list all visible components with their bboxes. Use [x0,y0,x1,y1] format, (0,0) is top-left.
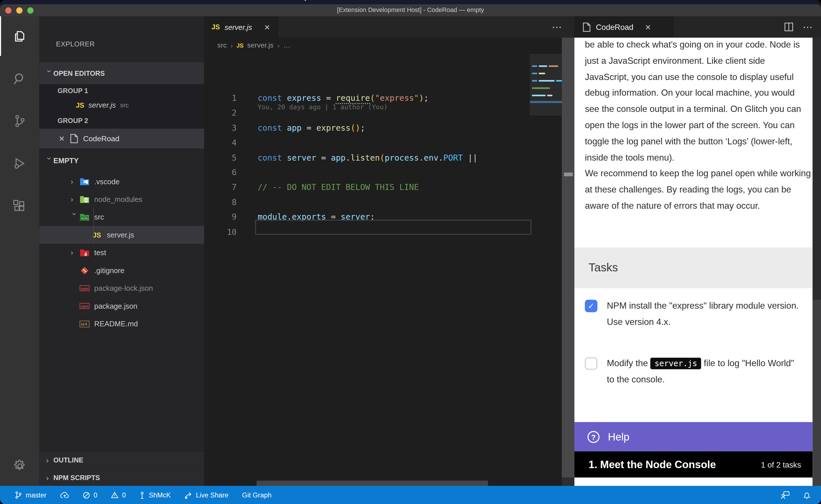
lesson-header[interactable]: 1. Meet the Node Console 1 of 2 tasks [574,451,813,478]
tree-item-package-lock-json[interactable]: npmpackage-lock.json [39,279,204,297]
open-editors-header[interactable]: › OPEN EDITORS [39,62,204,84]
open-editor-item-coderoad[interactable]: ✕ CodeRoad [39,129,204,149]
code-line-7: // -- DO NOT EDIT BELOW THIS LINE [258,183,419,192]
editor-actions-more-icon[interactable]: ⋯ [552,16,563,38]
menu-item-edit[interactable]: Edit [63,0,76,1]
macos-status-area: Sat 9:43 PM [777,0,812,1]
statusbar-label: Git Graph [242,491,272,499]
close-tab-icon[interactable]: ✕ [264,23,270,31]
breadcrumb[interactable]: src › JS server.js › … [204,38,574,53]
node-folder-icon: JS [79,194,89,204]
panel-scrollbar-track[interactable] [813,300,821,486]
menu-item-code[interactable]: Code [7,0,24,1]
settings-gear-icon[interactable] [0,446,39,486]
task-checkbox-unchecked[interactable] [585,357,597,370]
statusbar-master[interactable]: master [15,491,46,499]
chevron-right-icon[interactable]: › [71,195,79,203]
statusbar-live-share[interactable]: Live Share [184,491,229,499]
source-control-icon[interactable] [0,101,39,141]
tab-coderoad[interactable]: CodeRoad ✕ [574,16,674,38]
statusbar-0[interactable]: 0 [111,491,126,499]
close-icon[interactable]: ✕ [59,134,65,143]
menu-item-selection[interactable]: Selection [90,0,120,1]
line-number: 1 [204,94,237,103]
workspace-section-header[interactable]: › EMPTY [39,149,204,173]
menu-item-view[interactable]: View [134,0,149,1]
editor-tab-bar: JS server.js ✕ ⋯ [204,16,574,38]
git-branch-icon [15,491,22,499]
statusbar-cloud-upload[interactable] [60,492,69,499]
tree-item-package-json[interactable]: npmpackage.json [39,297,204,315]
editor-group-sash[interactable] [562,38,574,478]
js-file-icon: JS [237,42,244,48]
statusbar-git-graph[interactable]: Git Graph [242,491,272,499]
minimap-code-line [532,87,550,89]
statusbar-0[interactable]: 0 [83,491,97,499]
open-editor-item-serverjs[interactable]: JS server.js src [76,101,128,109]
statusbar-label: 0 [122,491,126,499]
code-line-1: const express = require("express"); [258,94,429,103]
open-editors-body: GROUP 1 JS server.js src GROUP 2 [39,84,204,129]
minimap[interactable] [530,53,562,486]
minimap-code-line [539,65,547,67]
split-editor-icon[interactable] [784,22,793,31]
code-pane[interactable]: You, 20 days ago | 1 author (You) 1const… [204,53,574,486]
menu-item-terminal[interactable]: Terminal [213,0,241,1]
tree-item-label: node_modules [94,195,142,203]
status-bar: master00ShMcKLive ShareGit Graph [0,486,821,504]
line-number: 6 [204,168,237,177]
tab-serverjs[interactable]: JS server.js ✕ [204,16,278,38]
tree-item--gitignore[interactable]: .gitignore [39,261,204,279]
menu-item-window[interactable]: Window [254,0,280,1]
svg-text:npm: npm [80,286,88,291]
sash-handle[interactable] [564,173,573,176]
question-mark-icon: ? [587,431,599,443]
tree-item-label: src [94,213,104,221]
test-folder-icon [79,248,89,257]
horizontal-scrollbar[interactable] [257,481,488,486]
explorer-icon[interactable] [0,16,39,56]
npm-scripts-section-header[interactable]: › NPM SCRIPTS [39,469,204,486]
close-tab-icon[interactable]: ✕ [645,23,651,31]
coderoad-webview: be able to check what's going on in your… [574,38,813,494]
tree-item-src[interactable]: ›</>src [39,208,204,226]
window-title: [Extension Development Host] - CodeRoad … [0,4,821,16]
statusbar-label: master [26,491,46,499]
tree-item-test[interactable]: ›test [39,244,204,261]
more-actions-icon[interactable]: ⋯ [803,21,814,33]
tree-item-label: .vscode [94,177,120,186]
panel-scrollbar-thumb[interactable] [813,38,821,300]
tree-item--vscode[interactable]: ›.vscode [39,173,204,190]
tree-item-readme-md[interactable]: MREADME.md [39,315,204,333]
screen: [Extension Development Host] - CodeRoad … [0,0,821,504]
menu-item-file[interactable]: File [38,0,50,1]
chevron-right-icon: › [46,473,54,482]
chevron-right-icon[interactable]: › [71,248,79,257]
line-number: 5 [204,153,237,162]
menu-item-run[interactable]: Run [186,0,199,1]
task-checkbox-checked[interactable]: ✓ [585,300,597,312]
menu-item-help[interactable]: Help [294,0,309,1]
js-file-icon: JS [212,23,220,31]
extensions-icon[interactable] [0,186,39,226]
minimap-code-line [532,65,537,67]
chevron-down-icon[interactable]: › [71,213,79,221]
chevron-right-icon[interactable]: › [71,177,79,186]
statusbar-bell[interactable] [803,491,811,499]
run-debug-icon[interactable] [0,143,39,183]
line-number: 2 [204,108,237,118]
help-bar[interactable]: ? Help [574,422,813,451]
tree-item-node-modules[interactable]: ›JSnode_modules [39,190,204,208]
minimap-current-line [530,101,562,103]
outline-section-header[interactable]: › OUTLINE [39,451,204,468]
coderoad-tab-bar: CodeRoad ✕ ⋯ [574,16,821,38]
minimap-slider[interactable] [530,54,562,116]
statusbar-shmck[interactable]: ShMcK [139,491,171,499]
clock: Sat 9:43 PM [777,0,812,1]
tree-item-server-js[interactable]: JSserver.js [39,226,204,243]
search-icon[interactable] [0,59,39,99]
errors-icon [83,491,90,499]
minimap-code-line [532,73,537,74]
statusbar-feedback[interactable] [781,491,790,499]
menu-item-go[interactable]: Go [163,0,172,1]
